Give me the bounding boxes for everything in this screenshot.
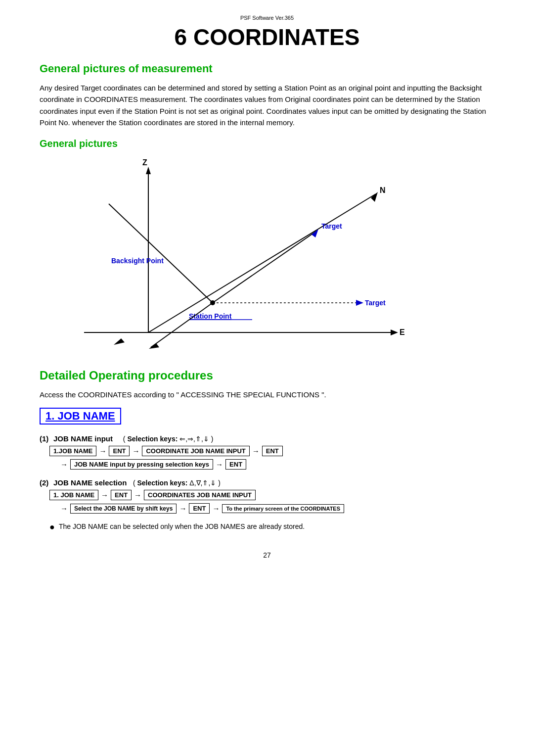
procedure-2: (2) JOB NAME selection ( Selection keys:… — [40, 478, 494, 514]
proc2-arrow3: → — [60, 504, 68, 513]
proc1-keys: ( Selection keys: ⇐,⇒,⇑,⇓ ) — [123, 435, 214, 443]
svg-marker-7 — [371, 192, 378, 202]
proc2-kbd4: Select the JOB NAME by shift keys — [70, 504, 177, 514]
proc1-row2: → JOB NAME input by pressing selection k… — [59, 459, 494, 470]
svg-text:Station Point: Station Point — [189, 312, 232, 320]
page-title: 6 COORDINATES — [40, 24, 494, 50]
proc1-kbd2: ENT — [109, 446, 130, 456]
svg-marker-4 — [391, 330, 398, 335]
proc2-kbd5: ENT — [189, 503, 210, 514]
proc2-row2: → Select the JOB NAME by shift keys → EN… — [59, 503, 494, 514]
svg-text:Z: Z — [142, 158, 147, 167]
proc1-number: (1) — [40, 434, 53, 443]
coordinate-diagram: Z E N Station Point Target Target — [59, 154, 405, 352]
proc1-arrow1: → — [99, 447, 106, 455]
svg-text:Backsight Point: Backsight Point — [111, 257, 164, 265]
svg-marker-22 — [114, 338, 125, 345]
svg-text:Target: Target — [321, 222, 342, 230]
proc1-kbd3: COORDINATE JOB NAME INPUT — [142, 446, 249, 456]
proc1-arrow3: → — [252, 447, 260, 455]
procedure-1: (1) JOB NAME input ( Selection keys: ⇐,⇒… — [40, 434, 494, 470]
proc2-kbd3: COORDINATES JOB NAME INPUT — [144, 490, 256, 500]
bullet-dot: ● — [49, 522, 55, 531]
proc2-arrow4: → — [179, 504, 186, 513]
proc1-row1: 1.JOB NAME → ENT → COORDINATE JOB NAME I… — [49, 446, 494, 456]
job-name-box: 1. JOB NAME — [40, 408, 121, 425]
proc1-arrow2: → — [132, 447, 139, 455]
proc1-arrow4: → — [60, 460, 68, 469]
proc1-kbd5: JOB NAME input by pressing selection key… — [70, 459, 213, 470]
detail-heading: Detailed Operating procedures — [40, 369, 494, 382]
proc2-keys: ( Selection keys: Δ,∇,⇑,⇓ ) — [133, 479, 221, 487]
proc2-kbd6: To the primary screen of the COORDINATES — [222, 504, 344, 513]
svg-line-15 — [213, 231, 316, 303]
proc1-kbd1: 1.JOB NAME — [49, 446, 96, 456]
section1-heading: General pictures of measurement — [40, 62, 494, 75]
proc2-row1: 1. JOB NAME → ENT → COORDINATES JOB NAME… — [49, 490, 494, 500]
proc2-arrow5: → — [212, 504, 220, 513]
svg-marker-19 — [149, 343, 159, 349]
job-name-label: 1. JOB NAME — [45, 410, 115, 422]
proc1-label: JOB NAME input — [53, 434, 113, 443]
svg-line-20 — [109, 204, 213, 303]
bullet-content: The JOB NAME can be selected only when t… — [59, 522, 305, 530]
proc1-content: JOB NAME input ( Selection keys: ⇐,⇒,⇑,⇓… — [53, 434, 494, 443]
proc1-arrow5: → — [216, 460, 223, 469]
proc2-arrow2: → — [134, 491, 141, 499]
svg-line-6 — [148, 194, 376, 332]
svg-marker-13 — [356, 300, 363, 306]
access-text: Access the COORDINATES according to " AC… — [40, 390, 494, 399]
page-number: 27 — [40, 551, 494, 559]
proc2-number: (2) — [40, 478, 53, 487]
software-version: PSF Software Ver.365 — [240, 15, 294, 21]
diagram-container: Z E N Station Point Target Target — [59, 154, 494, 354]
svg-text:Target: Target — [365, 299, 386, 307]
section1-body: Any desired Target coordinates can be de… — [40, 82, 494, 128]
svg-marker-1 — [146, 167, 151, 174]
proc2-arrow1: → — [101, 491, 108, 499]
proc2-kbd1: 1. JOB NAME — [49, 490, 98, 500]
svg-text:N: N — [380, 186, 386, 194]
proc2-content: JOB NAME selection ( Selection keys: Δ,∇… — [53, 478, 494, 487]
proc2-label: JOB NAME selection — [53, 478, 127, 487]
section2-heading: General pictures — [40, 138, 494, 149]
proc1-kbd4: ENT — [262, 446, 283, 456]
software-header: PSF Software Ver.365 — [40, 15, 494, 21]
svg-text:E: E — [400, 328, 405, 336]
bullet-item: ● The JOB NAME can be selected only when… — [49, 522, 494, 531]
proc2-kbd2: ENT — [111, 490, 132, 500]
proc1-kbd6: ENT — [225, 459, 246, 470]
